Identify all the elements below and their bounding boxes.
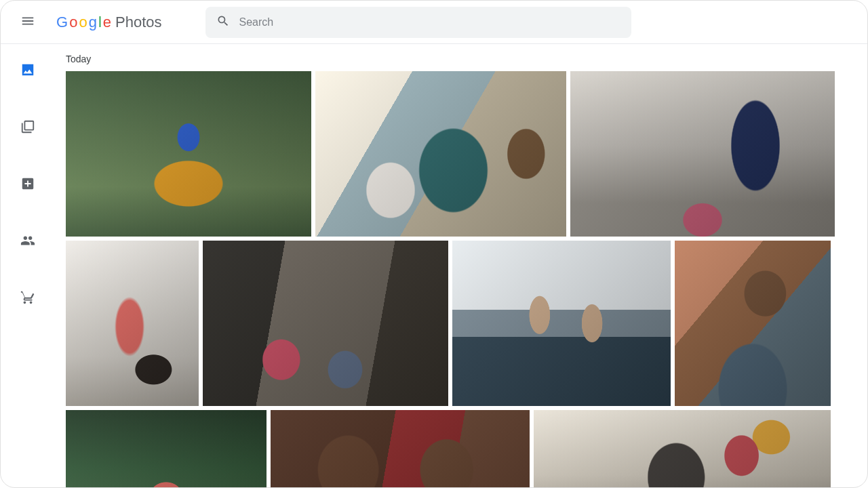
side-nav bbox=[1, 44, 55, 487]
nav-albums[interactable] bbox=[14, 115, 41, 142]
photo-thumbnail[interactable] bbox=[675, 241, 831, 406]
date-header: Today bbox=[66, 54, 852, 64]
photo-stream: Today bbox=[55, 44, 867, 487]
search-icon bbox=[216, 14, 239, 30]
logo-letter: e bbox=[103, 14, 111, 31]
app-logo[interactable]: Google Photos bbox=[56, 14, 162, 31]
app-header: Google Photos bbox=[1, 1, 867, 44]
logo-letter: o bbox=[79, 14, 87, 31]
nav-photos[interactable] bbox=[14, 58, 41, 85]
nav-print-store[interactable] bbox=[14, 285, 41, 312]
logo-letter: l bbox=[98, 14, 102, 31]
hamburger-icon bbox=[20, 14, 35, 31]
nav-upload[interactable] bbox=[14, 171, 41, 199]
search-bar[interactable] bbox=[205, 7, 631, 38]
logo-product-name: Photos bbox=[115, 14, 162, 31]
logo-letter: G bbox=[56, 14, 68, 31]
photo-row bbox=[66, 410, 852, 487]
print-icon bbox=[20, 290, 35, 308]
photo-row bbox=[66, 241, 852, 406]
photo-thumbnail[interactable] bbox=[452, 241, 671, 406]
photo-thumbnail[interactable] bbox=[570, 71, 835, 237]
photo-thumbnail[interactable] bbox=[66, 410, 267, 487]
logo-letter: g bbox=[89, 14, 97, 31]
photo-thumbnail[interactable] bbox=[203, 241, 448, 406]
search-input[interactable] bbox=[239, 16, 620, 28]
photo-thumbnail[interactable] bbox=[534, 410, 831, 487]
nav-sharing[interactable] bbox=[14, 228, 41, 256]
albums-icon bbox=[20, 119, 35, 137]
sharing-icon bbox=[20, 233, 35, 251]
logo-letter: o bbox=[69, 14, 77, 31]
photo-thumbnail[interactable] bbox=[271, 410, 530, 487]
photo-thumbnail[interactable] bbox=[315, 71, 566, 237]
main-menu-button[interactable] bbox=[12, 6, 44, 39]
photo-thumbnail[interactable] bbox=[66, 241, 199, 406]
upload-icon bbox=[20, 176, 35, 194]
photo-row bbox=[66, 71, 852, 237]
photo-thumbnail[interactable] bbox=[66, 71, 311, 237]
photos-icon bbox=[20, 62, 35, 80]
